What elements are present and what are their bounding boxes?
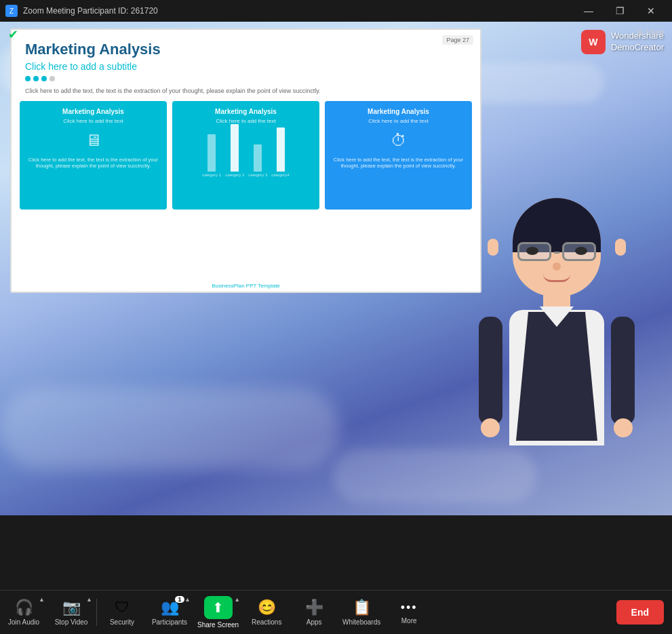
join-audio-arrow-icon: ▲ <box>39 596 45 603</box>
window-title: Zoom Meeting Participant ID: 261720 <box>23 6 158 16</box>
reactions-button[interactable]: 😊 Reactions <box>243 591 290 634</box>
title-bar: Z Zoom Meeting Participant ID: 261720 — … <box>0 0 672 22</box>
card3-title: Marketing Analysis <box>368 108 429 115</box>
shield-check-icon: ✔ <box>8 28 18 41</box>
view-grid-icon: ⊞ <box>637 28 644 37</box>
participants-arrow-icon: ▲ <box>184 596 191 603</box>
whiteboards-label: Whiteboards <box>342 618 380 626</box>
card1-icon: 🖥 <box>85 131 102 150</box>
slide-dots <box>25 76 467 81</box>
bar-group-2: category 2 <box>225 124 244 177</box>
minimize-button[interactable]: — <box>573 0 604 22</box>
zoom-logo-icon: Z <box>5 5 18 17</box>
slide-card-1: Marketing Analysis Click here to add the… <box>20 101 167 210</box>
security-badge: ✔ <box>8 27 18 42</box>
toolbar-divider-1 <box>96 599 97 626</box>
share-screen-arrow-icon: ▲ <box>234 596 240 603</box>
black-bar <box>0 515 672 590</box>
bar-group-1: category 1 <box>202 134 221 177</box>
bar-group-3: category 3 <box>248 144 267 177</box>
view-label: View <box>646 28 664 37</box>
card1-title: Marketing Analysis <box>62 108 124 115</box>
stop-video-button[interactable]: 📷 Stop Video ▲ <box>47 591 95 634</box>
view-button[interactable]: ⊞ View <box>637 28 664 37</box>
chart-bars: category 1 category 2 category 3 categor… <box>179 130 313 177</box>
slide-header: Marketing Analysis Click here to add a s… <box>12 30 480 87</box>
share-screen-label: Share Screen <box>197 621 239 629</box>
bar-label-1: category 1 <box>202 173 221 177</box>
join-audio-label: Join Audio <box>8 618 39 626</box>
participants-icon-wrap: 👥 1 <box>161 599 179 616</box>
slide-dot-1 <box>25 76 31 81</box>
bar-label-2: category 2 <box>225 173 244 177</box>
title-bar-controls: — ❐ ✕ <box>573 0 667 22</box>
whiteboard-icon: 📋 <box>353 599 371 616</box>
shield-icon: 🛡 <box>115 599 130 616</box>
bar-2 <box>231 124 239 172</box>
share-screen-icon: ⬆ <box>212 599 224 616</box>
reactions-label: Reactions <box>252 618 281 626</box>
headphone-icon: 🎧 <box>15 599 33 616</box>
join-audio-button[interactable]: 🎧 Join Audio ▲ <box>0 591 47 634</box>
slide-card-3: Marketing Analysis Click here to add the… <box>325 101 472 210</box>
bar-group-4: category4 <box>271 127 289 177</box>
bar-label-3: category 3 <box>248 173 267 177</box>
more-dots-icon: ••• <box>401 601 418 615</box>
participants-badge: 1 <box>175 596 184 603</box>
share-screen-button[interactable]: ⬆ Share Screen ▲ <box>193 591 243 634</box>
slide-cards: Marketing Analysis Click here to add the… <box>12 101 480 215</box>
end-meeting-button[interactable]: End <box>616 600 664 625</box>
card3-subtitle: Click here to add the text <box>368 118 429 124</box>
whiteboards-button[interactable]: 📋 Whiteboards <box>338 591 385 634</box>
maximize-button[interactable]: ❐ <box>604 0 635 22</box>
close-button[interactable]: ✕ <box>635 0 667 22</box>
more-button[interactable]: ••• More <box>385 591 433 634</box>
emoji-icon: 😊 <box>258 599 276 616</box>
card1-body: Click here to add the text, the text is … <box>26 157 160 170</box>
card2-subtitle: Click here to add the text <box>216 118 276 124</box>
card1-subtitle: Click here to add the text <box>63 118 123 124</box>
slide-page-number: Page 27 <box>442 35 473 45</box>
camera-icon: 📷 <box>62 599 81 616</box>
slide-dot-2 <box>33 76 39 81</box>
participants-label: Participants <box>152 618 187 626</box>
more-label: More <box>401 617 417 625</box>
participants-button[interactable]: 👥 1 Participants ▲ <box>146 591 193 634</box>
bar-label-4: category4 <box>271 173 289 177</box>
avatar <box>469 171 652 537</box>
bar-3 <box>254 144 262 172</box>
stop-video-label: Stop Video <box>55 618 88 626</box>
main-content: Page 27 Marketing Analysis Click here to… <box>0 22 672 537</box>
watermark-icon: W <box>581 30 606 54</box>
slide-dot-4 <box>50 76 55 81</box>
slide-body-text: Click here to add the text, the text is … <box>12 87 480 101</box>
security-label: Security <box>110 618 134 626</box>
slide-subtitle: Click here to add a subtitle <box>25 61 467 72</box>
wondershare-logo-icon: W <box>589 37 597 47</box>
bar-1 <box>207 134 216 172</box>
stop-video-arrow-icon: ▲ <box>86 596 92 603</box>
presentation-slide: Page 27 Marketing Analysis Click here to… <box>10 28 481 293</box>
view-bar: ⊞ View <box>629 22 672 43</box>
watermark-product: DemoCreator <box>611 42 664 54</box>
card2-title: Marketing Analysis <box>215 108 277 115</box>
slide-card-2: Marketing Analysis Click here to add the… <box>172 101 319 210</box>
title-bar-left: Z Zoom Meeting Participant ID: 261720 <box>5 5 158 17</box>
slide-dot-3 <box>41 76 47 81</box>
bar-4 <box>277 127 285 172</box>
toolbar: 🎧 Join Audio ▲ 📷 Stop Video ▲ 🛡 Security… <box>0 590 672 634</box>
apps-plus-icon: ➕ <box>305 599 323 616</box>
card3-icon: ⏱ <box>391 131 407 150</box>
slide-title: Marketing Analysis <box>25 41 467 58</box>
slide-footer: BusinessPlan PPT Template <box>12 283 480 289</box>
apps-button[interactable]: ➕ Apps <box>290 591 338 634</box>
share-screen-active-bg: ⬆ <box>204 596 233 619</box>
security-button[interactable]: 🛡 Security <box>98 591 146 634</box>
card3-body: Click here to add the text, the text is … <box>332 157 465 170</box>
apps-label: Apps <box>307 618 322 626</box>
